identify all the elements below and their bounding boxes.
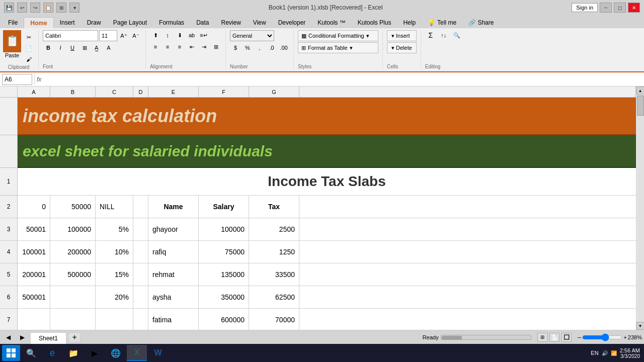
cell-f7[interactable]: 600000 <box>199 309 249 330</box>
normal-view-btn[interactable]: ⊞ <box>537 333 547 342</box>
align-left-btn[interactable]: ≡ <box>150 42 161 52</box>
cell-reference-box[interactable]: A6 <box>2 74 32 85</box>
more-qat-btn[interactable]: ▾ <box>69 3 79 13</box>
cell-d5[interactable] <box>133 263 148 286</box>
comma-btn[interactable]: , <box>254 43 265 53</box>
col-header-b[interactable]: B <box>50 86 96 98</box>
tab-draw[interactable]: Draw <box>81 17 107 28</box>
increase-indent-btn[interactable]: ⇥ <box>198 42 209 52</box>
cell-g6[interactable]: 62500 <box>249 286 299 309</box>
cell-b3[interactable]: 100000 <box>50 218 96 241</box>
cell-c7[interactable] <box>96 309 133 330</box>
cell-f2[interactable]: Salary <box>199 196 249 218</box>
start-button[interactable] <box>2 345 20 361</box>
sheet-scroll-left[interactable]: ◀ <box>2 332 14 342</box>
close-button[interactable]: ✕ <box>628 3 640 13</box>
taskbar-excel[interactable]: X <box>127 345 147 361</box>
cell-c2[interactable]: NILL <box>96 196 133 218</box>
zoom-plus[interactable]: + <box>623 334 626 340</box>
undo-qat-btn[interactable]: ↩ <box>17 3 27 13</box>
align-right-btn[interactable]: ≡ <box>174 42 185 52</box>
cell-a4[interactable]: 100001 <box>18 241 50 263</box>
tab-home[interactable]: Home <box>24 17 53 28</box>
cell-g2[interactable]: Tax <box>249 196 299 218</box>
form-qat-btn[interactable]: 📋 <box>43 3 53 13</box>
wrap-btn[interactable]: ≡↵ <box>198 30 209 40</box>
redo-qat-btn[interactable]: ↪ <box>30 3 40 13</box>
conditional-formatting-button[interactable]: ▦ Conditional Formatting ▾ <box>298 30 378 41</box>
tab-insert[interactable]: Insert <box>54 17 81 28</box>
increase-font-btn[interactable]: A⁺ <box>118 31 129 41</box>
tab-file[interactable]: File <box>2 17 24 28</box>
cell-d3[interactable] <box>133 218 148 241</box>
taskbar-word[interactable]: W <box>148 345 168 361</box>
cell-h5[interactable] <box>299 263 636 286</box>
cell-b5[interactable]: 500000 <box>50 263 96 286</box>
cell-b4[interactable]: 200000 <box>50 241 96 263</box>
orient-btn[interactable]: ab <box>186 30 197 40</box>
align-bottom-btn[interactable]: ⬇ <box>174 30 185 40</box>
cell-a6[interactable]: 500001 <box>18 286 50 309</box>
restore-button[interactable]: ◻ <box>614 3 626 13</box>
col-header-c[interactable]: C <box>96 86 133 98</box>
cell-b7[interactable] <box>50 309 96 330</box>
add-sheet-button[interactable]: + <box>68 332 80 342</box>
cell-a3[interactable]: 50001 <box>18 218 50 241</box>
cell-d4[interactable] <box>133 241 148 263</box>
taskbar-media[interactable]: ▶ <box>85 345 105 361</box>
scroll-thumb[interactable] <box>637 96 644 116</box>
cell-c3[interactable]: 5% <box>96 218 133 241</box>
tab-share[interactable]: 🔗 Share <box>462 17 500 28</box>
cell-f4[interactable]: 75000 <box>199 241 249 263</box>
cell-c4[interactable]: 10% <box>96 241 133 263</box>
tab-data[interactable]: Data <box>190 17 215 28</box>
percent-btn[interactable]: % <box>242 43 253 53</box>
find-btn[interactable]: 🔍 <box>451 30 462 40</box>
font-size-input[interactable] <box>99 30 117 41</box>
col-header-g[interactable]: G <box>249 86 299 98</box>
cell-h4[interactable] <box>299 241 636 263</box>
cell-e5[interactable]: rehmat <box>148 263 199 286</box>
cell-e6[interactable]: aysha <box>148 286 199 309</box>
cell-d2[interactable] <box>133 196 148 218</box>
cell-g4[interactable]: 1250 <box>249 241 299 263</box>
tab-page-layout[interactable]: Page Layout <box>107 17 153 28</box>
cell-a5[interactable]: 200001 <box>18 263 50 286</box>
network-icon[interactable]: 📶 <box>611 350 617 356</box>
title-cell[interactable]: Income Tax Slabs <box>18 168 636 196</box>
cell-f3[interactable]: 100000 <box>199 218 249 241</box>
cell-e7[interactable]: fatima <box>148 309 199 330</box>
horizontal-scrollbar[interactable] <box>441 335 531 340</box>
cell-a7[interactable] <box>18 309 50 330</box>
zoom-slider[interactable] <box>582 333 622 341</box>
page-layout-btn[interactable]: 📄 <box>549 333 559 342</box>
align-top-btn[interactable]: ⬆ <box>150 30 161 40</box>
vertical-scrollbar[interactable]: ▲ ▼ <box>636 86 644 330</box>
cell-h3[interactable] <box>299 218 636 241</box>
page-break-btn[interactable]: 🔲 <box>561 333 572 342</box>
tab-kutools[interactable]: Kutools ™ <box>311 17 351 28</box>
scroll-down-btn[interactable]: ▼ <box>636 322 645 330</box>
cell-h2[interactable] <box>299 196 636 218</box>
col-header-f[interactable]: F <box>199 86 249 98</box>
minimize-button[interactable]: ─ <box>600 3 612 13</box>
cell-c6[interactable]: 20% <box>96 286 133 309</box>
col-header-e[interactable]: E <box>148 86 199 98</box>
format-painter-button[interactable]: 🖌 <box>23 54 34 64</box>
currency-btn[interactable]: $ <box>230 43 241 53</box>
tab-view[interactable]: View <box>247 17 272 28</box>
merge-btn[interactable]: ⊞ <box>210 42 221 52</box>
sound-icon[interactable]: 🔊 <box>602 350 608 356</box>
underline-btn[interactable]: U <box>67 43 78 53</box>
cell-g7[interactable]: 70000 <box>249 309 299 330</box>
save-qat-btn[interactable]: 💾 <box>4 3 14 13</box>
tab-review[interactable]: Review <box>215 17 247 28</box>
cell-d6[interactable] <box>133 286 148 309</box>
taskbar-search[interactable]: 🔍 <box>21 345 41 361</box>
h-scroll-thumb[interactable] <box>442 336 462 340</box>
col-header-d[interactable]: D <box>133 86 148 98</box>
cell-h6[interactable] <box>299 286 636 309</box>
col-header-a[interactable]: A <box>18 86 50 98</box>
tab-help[interactable]: Help <box>397 17 422 28</box>
decrease-font-btn[interactable]: A⁻ <box>130 31 141 41</box>
